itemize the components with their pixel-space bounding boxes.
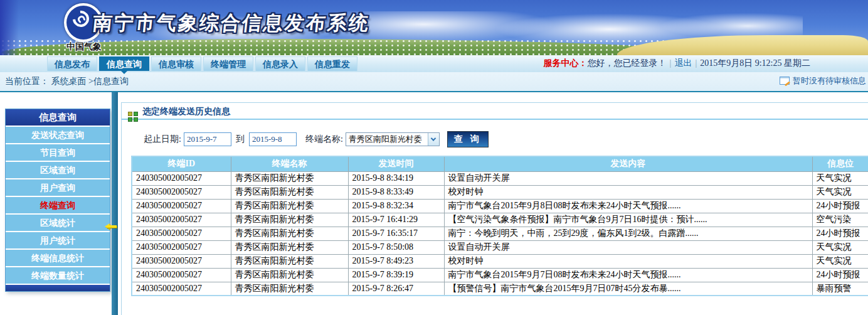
column-header-3: 发送内容	[444, 156, 812, 171]
breadcrumb-row: 当前位置： 系统桌面 >信息查询 暂时没有待审核信息	[0, 72, 868, 91]
date-from-input[interactable]	[184, 132, 231, 146]
terminal-select-value: 青秀区南阳新光村委	[346, 134, 428, 145]
audit-notice: 暂时没有待审核信息	[780, 75, 866, 87]
cell-r0-c1: 青秀区南阳新光村委	[231, 171, 348, 185]
breadcrumb: 当前位置： 系统桌面 >信息查询	[5, 76, 129, 87]
cell-r0-c3: 设置自动开关屏	[444, 171, 812, 185]
table-row: 240305002005027青秀区南阳新光村委2015-9-7 8:49:23…	[132, 254, 868, 268]
cell-r8-c2: 2015-9-7 8:26:47	[348, 282, 444, 296]
section-title: 选定终端发送历史信息	[142, 107, 230, 116]
sidebar-item-0[interactable]: 发送状态查询	[6, 125, 110, 143]
table-row: 240305002005027青秀区南阳新光村委2015-9-7 8:26:47…	[132, 282, 868, 296]
cell-r7-c0: 240305002005027	[132, 268, 231, 282]
chevron-down-icon[interactable]	[428, 133, 439, 146]
table-row: 240305002005027青秀区南阳新光村委2015-9-7 8:50:08…	[132, 240, 868, 254]
logo-caption: 中国气象	[48, 41, 120, 53]
cell-r0-c0: 240305002005027	[132, 171, 231, 185]
terminal-name-label: 终端名称:	[305, 134, 343, 145]
sidebar-item-7[interactable]: 终端信息统计	[6, 248, 110, 266]
to-label: 到	[236, 134, 245, 145]
login-greeting: 您好，您已经登录！	[588, 58, 667, 68]
tab-info-resend[interactable]: 信息重发	[307, 56, 357, 71]
tab-info-entry[interactable]: 信息录入	[255, 56, 305, 71]
cell-r2-c4: 24小时预报	[812, 199, 868, 213]
cell-r2-c3: 南宁市气象台2015年9月8日08时发布未来24小时天气预报......	[444, 199, 812, 213]
breadcrumb-root[interactable]: 系统桌面	[51, 77, 87, 86]
cell-r6-c1: 青秀区南阳新光村委	[231, 254, 348, 268]
cell-r0-c2: 2015-9-8 8:34:19	[348, 171, 444, 185]
sidebar-item-6[interactable]: 用户统计	[6, 231, 110, 248]
cell-r1-c4: 天气实况	[812, 185, 868, 199]
cell-r7-c4: 24小时预报	[812, 268, 868, 282]
cell-r4-c1: 青秀区南阳新光村委	[231, 227, 348, 240]
nav-bar: 信息发布信息查询信息审核终端管理信息录入信息重发 服务中心：您好，您已经登录！|…	[0, 55, 868, 72]
service-center-label: 服务中心：	[544, 58, 588, 68]
logout-link[interactable]: 退出	[674, 58, 692, 68]
column-header-0: 终端ID	[132, 156, 231, 171]
cell-r6-c3: 校对时钟	[444, 254, 812, 268]
tab-info-query[interactable]: 信息查询	[99, 56, 149, 71]
section-titlebar: 选定终端发送历史信息	[122, 103, 868, 120]
cell-r8-c4: 暴雨预警	[812, 282, 868, 296]
cell-r3-c2: 2015-9-7 16:41:29	[348, 213, 444, 227]
cell-r8-c3: 【预警信号】南宁市气象台2015年9月7日07时45分发布暴......	[444, 282, 812, 296]
cell-r2-c0: 240305002005027	[132, 199, 231, 213]
page-title: 南宁市气象综合信息发布系统	[92, 10, 371, 36]
date-to-input[interactable]	[249, 132, 297, 146]
sidebar-item-2[interactable]: 区域查询	[6, 161, 110, 178]
cell-r5-c3: 设置自动开关屏	[444, 240, 812, 254]
cell-r6-c0: 240305002005027	[132, 254, 231, 268]
breadcrumb-current[interactable]: 信息查询	[93, 77, 129, 86]
cell-r6-c2: 2015-9-7 8:49:23	[348, 254, 444, 268]
cell-r5-c2: 2015-9-7 8:50:08	[348, 240, 444, 254]
sidebar-header: 信息查询	[6, 109, 110, 125]
cell-r4-c0: 240305002005027	[132, 227, 231, 240]
cell-r3-c4: 空气污染	[812, 213, 868, 227]
table-row: 240305002005027青秀区南阳新光村委2015-9-8 8:32:34…	[132, 199, 868, 213]
collapse-arrow-icon[interactable]	[102, 223, 118, 230]
cell-r3-c0: 240305002005027	[132, 213, 231, 227]
cell-r8-c1: 青秀区南阳新光村委	[231, 282, 348, 296]
grid-icon	[128, 112, 138, 122]
breadcrumb-separator: >	[88, 77, 93, 86]
note-pencil-icon	[780, 77, 790, 85]
cell-r1-c0: 240305002005027	[132, 185, 231, 199]
app-window: 中国气象 南宁市气象综合信息发布系统 信息发布信息查询信息审核终端管理信息录入信…	[0, 0, 868, 315]
sidebar-item-8[interactable]: 终端数量统计	[6, 266, 110, 284]
table-row: 240305002005027青秀区南阳新光村委2015-9-7 8:39:19…	[132, 268, 868, 282]
audit-notice-text: 暂时没有待审核信息	[793, 76, 866, 85]
cell-r2-c2: 2015-9-8 8:32:34	[348, 199, 444, 213]
tab-info-audit[interactable]: 信息审核	[151, 56, 201, 71]
tab-terminal-mgmt[interactable]: 终端管理	[203, 56, 253, 71]
table-row: 240305002005027青秀区南阳新光村委2015-9-7 16:35:1…	[132, 227, 868, 240]
table-row: 240305002005027青秀区南阳新光村委2015-9-7 16:41:2…	[132, 213, 868, 227]
cell-r4-c2: 2015-9-7 16:35:17	[348, 227, 444, 240]
cell-r7-c2: 2015-9-7 8:39:19	[348, 268, 444, 282]
cell-r3-c1: 青秀区南阳新光村委	[231, 213, 348, 227]
table-row: 240305002005027青秀区南阳新光村委2015-9-8 8:33:49…	[132, 185, 868, 199]
sidebar-item-4[interactable]: 终端查询	[6, 196, 110, 213]
panel-divider-bar[interactable]	[112, 92, 118, 315]
table-header-row: 终端ID终端名称发送时间发送内容信息位	[132, 156, 868, 171]
sidebar-item-5[interactable]: 区域统计	[6, 213, 110, 231]
cell-r4-c3: 南宁：今晚到明天，中雨，25到29度，偏东风1到2级。白露蹭......	[444, 227, 812, 240]
cell-r7-c3: 南宁市气象台2015年9月7日08时发布未来24小时天气预报......	[444, 268, 812, 282]
query-button[interactable]: 查 询	[447, 131, 489, 147]
tab-info-publish[interactable]: 信息发布	[47, 56, 97, 71]
cell-r1-c1: 青秀区南阳新光村委	[231, 185, 348, 199]
cell-r5-c4: 天气实况	[812, 240, 868, 254]
sidebar-item-3[interactable]: 用户查询	[6, 178, 110, 196]
cell-r4-c4: 24小时预报	[812, 227, 868, 240]
cell-r2-c1: 青秀区南阳新光村委	[231, 199, 348, 213]
table-row: 240305002005027青秀区南阳新光村委2015-9-8 8:34:19…	[132, 171, 868, 185]
cell-r1-c3: 校对时钟	[444, 185, 812, 199]
history-table: 终端ID终端名称发送时间发送内容信息位 240305002005027青秀区南阳…	[131, 156, 868, 296]
date-range-label: 起止日期:	[144, 134, 181, 145]
breadcrumb-label: 当前位置：	[5, 77, 49, 86]
sidebar-item-1[interactable]: 节目查询	[6, 143, 110, 161]
query-form: 起止日期: 到 终端名称: 青秀区南阳新光村委 查 询	[144, 131, 868, 147]
cell-r0-c4: 天气实况	[812, 171, 868, 185]
column-header-1: 终端名称	[231, 156, 348, 171]
terminal-select[interactable]: 青秀区南阳新光村委	[346, 132, 440, 146]
header-divider	[0, 91, 868, 92]
